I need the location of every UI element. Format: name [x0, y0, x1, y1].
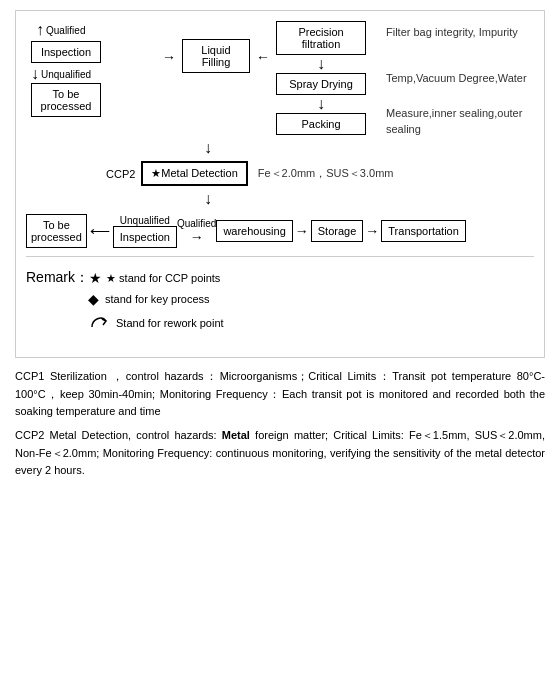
remark-star-line: Remark： ★ ★ stand for CCP points [26, 269, 534, 287]
spray-drying-note: Temp,Vacuum Degree,Water [386, 72, 527, 84]
to-be-processed-top: To be processed [31, 83, 101, 117]
bottom-flow: To beprocessed ⟵ Unqualified Inspection … [26, 214, 534, 248]
inspection-box-bottom: Inspection [113, 226, 177, 248]
packing-note: Measure,inner sealing,outersealing [386, 106, 527, 137]
to-be-processed-bottom: To beprocessed [26, 214, 87, 248]
star-symbol: ★ [89, 270, 102, 286]
packing-box: Packing [276, 113, 366, 135]
qualified-label-top: Qualified [46, 25, 85, 36]
diamond-text: stand for key process [105, 293, 210, 305]
diamond-symbol: ◆ [88, 291, 99, 307]
rework-text: Stand for rework point [116, 317, 224, 329]
inspection-box-top: Inspection [31, 41, 101, 63]
rework-icon [88, 311, 110, 335]
ccp2-note: CCP2 Metal Detection, control hazards: M… [15, 427, 545, 480]
star-text: ★ stand for CCP points [106, 272, 220, 285]
transportation-box: Transportation [381, 220, 466, 242]
metal-detection-note: Fe＜2.0mm，SUS＜3.0mm [258, 166, 394, 181]
spray-drying-box: Spray Drying [276, 73, 366, 95]
ccp2-bold-text: Metal [222, 429, 250, 441]
qualified-label-bottom: Qualified [177, 218, 216, 229]
unqualified-label2: Unqualified [120, 215, 170, 226]
precision-filtration-note: Filter bag integrity, Impurity [386, 25, 527, 40]
remark-title: Remark： [26, 269, 89, 287]
ccp-row: CCP2 ★Metal Detection Fe＜2.0mm，SUS＜3.0mm [106, 161, 534, 186]
ccp1-note: CCP1 Sterilization ，control hazards：Micr… [15, 368, 545, 421]
remark-rework-line: Stand for rework point [88, 311, 534, 335]
remarks-section: Remark： ★ ★ stand for CCP points ◆ stand… [26, 256, 534, 347]
remark-diamond-line: ◆ stand for key process [88, 291, 534, 307]
ccp2-label: CCP2 [106, 168, 135, 180]
flow-chart: ↑ Qualified Inspection ↓ Unqualified To … [26, 21, 534, 248]
precision-filtration-box: Precision filtration [276, 21, 366, 55]
warehousing-box: warehousing [216, 220, 292, 242]
metal-detection-box: ★Metal Detection [141, 161, 247, 186]
unqualified-label1: Unqualified [41, 69, 91, 80]
liquid-filling-box: Liquid Filling [182, 39, 250, 73]
storage-box: Storage [311, 220, 364, 242]
diagram-container: ↑ Qualified Inspection ↓ Unqualified To … [15, 10, 545, 358]
ccp-notes: CCP1 Sterilization ，control hazards：Micr… [15, 368, 545, 480]
